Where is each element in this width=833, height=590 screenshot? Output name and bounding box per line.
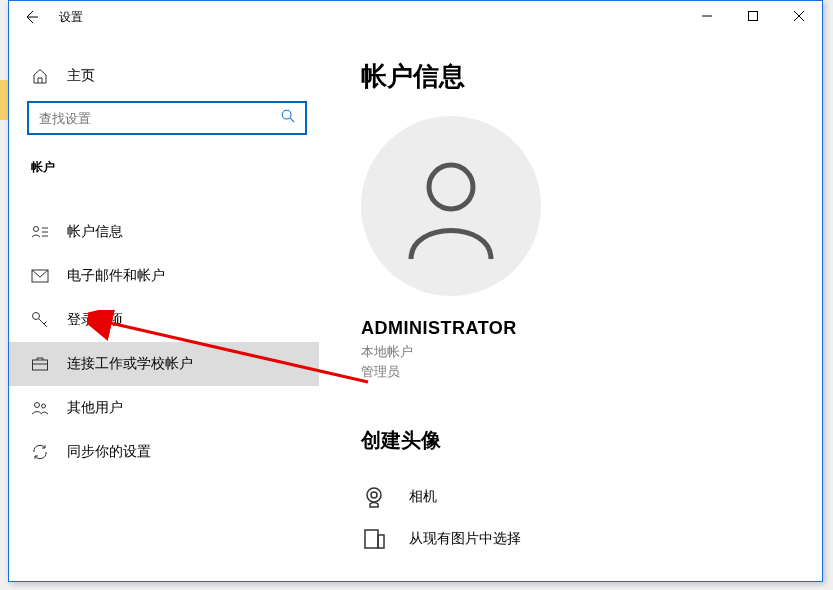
svg-point-16: [35, 403, 40, 408]
nav-item-label: 登录选项: [67, 311, 123, 329]
nav-item-label: 电子邮件和帐户: [67, 267, 165, 285]
svg-point-6: [34, 227, 39, 232]
account-role: 管理员: [361, 363, 822, 381]
sync-icon: [31, 443, 49, 461]
svg-point-4: [282, 110, 291, 119]
category-label: 帐户: [9, 149, 319, 186]
option-browse[interactable]: 从现有图片中选择: [361, 518, 822, 560]
search-input[interactable]: [39, 111, 281, 126]
search-icon: [281, 109, 295, 127]
users-icon: [31, 399, 49, 417]
minimize-button[interactable]: [684, 1, 730, 31]
nav-item-email-accounts[interactable]: 电子邮件和帐户: [9, 254, 319, 298]
svg-point-20: [371, 492, 377, 498]
search-box[interactable]: [27, 101, 307, 135]
page-title: 帐户信息: [361, 59, 822, 94]
key-icon: [31, 311, 49, 329]
username: ADMINISTRATOR: [361, 318, 822, 339]
svg-point-19: [367, 488, 381, 502]
option-camera[interactable]: 相机: [361, 476, 822, 518]
svg-point-17: [42, 404, 46, 408]
mail-icon: [31, 267, 49, 285]
nav-item-label: 帐户信息: [67, 223, 123, 241]
maximize-button[interactable]: [730, 1, 776, 31]
nav-item-other-users[interactable]: 其他用户: [9, 386, 319, 430]
content: 主页 帐户 帐户信息: [9, 33, 822, 581]
nav-item-label: 同步你的设置: [67, 443, 151, 461]
account-type: 本地帐户: [361, 343, 822, 361]
user-card-icon: [31, 223, 49, 241]
svg-rect-14: [33, 360, 48, 370]
titlebar: 设置: [9, 1, 822, 33]
svg-point-18: [429, 165, 473, 209]
avatar: [361, 116, 541, 296]
nav-item-label: 其他用户: [67, 399, 123, 417]
main-panel: 帐户信息 ADMINISTRATOR 本地帐户 管理员 创建头像 相机: [319, 33, 822, 581]
svg-rect-22: [378, 535, 384, 548]
nav-item-sync-settings[interactable]: 同步你的设置: [9, 430, 319, 474]
close-button[interactable]: [776, 1, 822, 31]
nav-item-account-info[interactable]: 帐户信息: [9, 210, 319, 254]
camera-icon: [361, 484, 387, 510]
nav-item-work-school[interactable]: 连接工作或学校帐户: [9, 342, 319, 386]
sidebar: 主页 帐户 帐户信息: [9, 33, 319, 581]
create-avatar-title: 创建头像: [361, 427, 822, 454]
person-icon: [396, 151, 506, 261]
nav-item-label: 连接工作或学校帐户: [67, 355, 193, 373]
option-label: 相机: [409, 488, 437, 506]
browse-icon: [361, 526, 387, 552]
home-link[interactable]: 主页: [9, 61, 319, 91]
nav-item-signin-options[interactable]: 登录选项: [9, 298, 319, 342]
nav-list: 帐户信息 电子邮件和帐户 登录选项: [9, 210, 319, 474]
svg-line-13: [44, 322, 47, 325]
svg-point-11: [33, 313, 40, 320]
app-title: 设置: [59, 9, 83, 26]
briefcase-icon: [31, 355, 49, 373]
svg-line-5: [290, 118, 294, 122]
home-icon: [31, 67, 49, 85]
option-label: 从现有图片中选择: [409, 530, 521, 548]
svg-rect-1: [749, 12, 758, 21]
settings-window: 设置 主页: [8, 0, 823, 582]
back-button[interactable]: [21, 7, 41, 27]
svg-rect-21: [365, 530, 378, 548]
home-label: 主页: [67, 67, 95, 85]
